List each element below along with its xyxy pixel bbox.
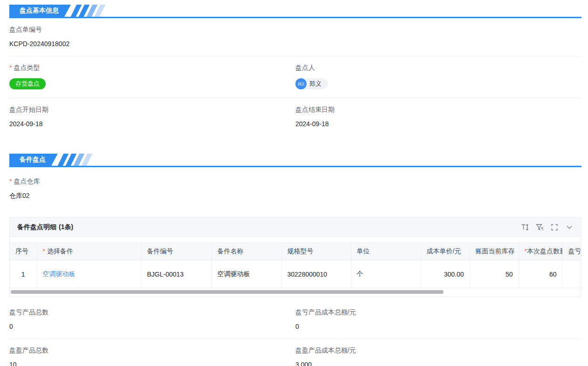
col-spec: 规格型号 [281, 243, 351, 260]
text-height-icon[interactable] [520, 223, 529, 231]
col-unit: 单位 [351, 243, 421, 260]
field-end-date: 盘点结束日期 2024-09-18 [295, 106, 581, 128]
cell-counted-qty: 60 [519, 260, 562, 288]
loss-count-label: 盘亏产品总数 [9, 308, 295, 317]
col-select-part: *选择备件 [37, 243, 141, 260]
inventory-type-label: *盘点类型 [9, 64, 295, 72]
field-row-order-no: 盘点单编号 KCPD-20240918002 [9, 18, 581, 56]
cell-book-stock: 50 [470, 260, 519, 288]
required-asterisk: * [9, 64, 12, 71]
cell-part-code: BJGL-00013 [141, 260, 212, 288]
section-title-basic-info: 盘点基本信息 [9, 5, 71, 17]
gain-cost-value: 3,000 [295, 361, 581, 366]
order-no-label: 盘点单编号 [9, 26, 295, 34]
filter-icon[interactable] [535, 223, 544, 231]
cell-index: 1 [10, 260, 37, 288]
col-part-code: 备件编号 [141, 243, 212, 260]
inventory-detail-page: 盘点基本信息 盘点单编号 KCPD-20240918002 *盘点类型 存货盘点… [0, 5, 588, 366]
required-asterisk: * [9, 177, 12, 185]
gain-count-value: 10 [9, 361, 295, 366]
field-gain-count: 盘盈产品总数 10 [9, 346, 295, 366]
inventory-type-value: 存货盘点 [9, 78, 295, 89]
field-gain-cost: 盘盈产品成本总额/元 3,000 [295, 346, 581, 366]
table-row: 1 空调驱动板 BJGL-00013 空调驱动板 30228000010 个 3… [10, 260, 581, 288]
inventory-type-badge: 存货盘点 [9, 78, 46, 89]
field-row-gain: 盘盈产品总数 10 盘盈产品成本总额/元 3,000 [9, 339, 581, 366]
banner-stripes [74, 5, 105, 17]
start-date-value: 2024-09-18 [9, 120, 295, 128]
cell-unit-cost: 300.00 [421, 260, 470, 288]
field-row-warehouse: *盘点仓库 仓库02 [9, 167, 581, 200]
loss-cost-value: 0 [295, 323, 581, 330]
cell-select-part: 空调驱动板 [37, 260, 141, 288]
cell-spec: 30228000010 [281, 260, 351, 288]
gain-cost-label: 盘盈产品成本总额/元 [295, 346, 581, 355]
detail-table-card: 备件盘点明细 (1条) [9, 217, 581, 297]
field-loss-count: 盘亏产品总数 0 [9, 308, 295, 330]
field-start-date: 盘点开始日期 2024-09-18 [9, 106, 295, 128]
loss-cost-label: 盘亏产品成本总额/元 [295, 308, 581, 317]
inventory-person-value: 郑义 郑义 [295, 78, 581, 89]
person-chip[interactable]: 郑义 郑义 [295, 78, 328, 89]
detail-row-count: (1条) [59, 223, 73, 231]
warehouse-label: *盘点仓库 [9, 177, 295, 186]
gain-count-label: 盘盈产品总数 [9, 346, 295, 355]
field-row-dates: 盘点开始日期 2024-09-18 盘点结束日期 2024-09-18 [9, 98, 581, 136]
field-row-loss: 盘亏产品总数 0 盘亏产品成本总额/元 0 [9, 301, 581, 339]
warehouse-value: 仓库02 [9, 192, 295, 200]
inventory-person-label: 盘点人 [295, 64, 581, 72]
col-counted-qty: *本次盘点数量 [519, 243, 562, 260]
banner-stripes [61, 154, 92, 166]
chevron-down-icon[interactable] [565, 223, 574, 231]
person-name: 郑义 [309, 80, 321, 88]
cell-unit: 个 [351, 260, 421, 288]
end-date-value: 2024-09-18 [295, 120, 581, 128]
loss-count-value: 0 [9, 323, 295, 330]
field-inventory-type: *盘点类型 存货盘点 [9, 64, 295, 89]
detail-card-title: 备件盘点明细 [17, 223, 56, 231]
section-banner-basic-info: 盘点基本信息 [9, 5, 581, 18]
cell-part-name: 空调驱动板 [212, 260, 281, 288]
part-link[interactable]: 空调驱动板 [43, 270, 75, 278]
section-title-spare-parts: 备件盘点 [9, 154, 58, 166]
col-unit-cost: 成本单价/元 [421, 243, 470, 260]
table-toolbar [520, 223, 574, 231]
table-header-row: 序号 *选择备件 备件编号 备件名称 规格型号 单位 成本单价/元 账面当前库存… [10, 243, 581, 260]
field-row-type-person: *盘点类型 存货盘点 盘点人 郑义 郑义 [9, 56, 581, 98]
end-date-label: 盘点结束日期 [295, 106, 581, 114]
horizontal-scrollbar[interactable] [11, 290, 580, 294]
col-loss-qty: 盘亏数量 [562, 243, 581, 260]
section-banner-spare-parts: 备件盘点 [9, 154, 581, 167]
avatar: 郑义 [295, 78, 307, 89]
cell-loss-qty [562, 260, 581, 288]
scrollbar-thumb[interactable] [11, 290, 444, 294]
detail-card-header: 备件盘点明细 (1条) [10, 217, 581, 237]
field-warehouse: *盘点仓库 仓库02 [9, 177, 295, 200]
field-loss-cost: 盘亏产品成本总额/元 0 [295, 308, 581, 330]
table-scroll-area: 序号 *选择备件 备件编号 备件名称 规格型号 单位 成本单价/元 账面当前库存… [10, 237, 581, 288]
col-part-name: 备件名称 [212, 243, 281, 260]
order-no-value: KCPD-20240918002 [9, 40, 295, 47]
field-order-no: 盘点单编号 KCPD-20240918002 [9, 26, 295, 47]
spare-parts-detail-table: 序号 *选择备件 备件编号 备件名称 规格型号 单位 成本单价/元 账面当前库存… [10, 242, 581, 288]
fullscreen-icon[interactable] [550, 223, 559, 231]
col-book-stock: 账面当前库存 [470, 243, 519, 260]
start-date-label: 盘点开始日期 [9, 106, 295, 114]
col-index: 序号 [10, 243, 37, 260]
field-inventory-person: 盘点人 郑义 郑义 [295, 64, 581, 89]
